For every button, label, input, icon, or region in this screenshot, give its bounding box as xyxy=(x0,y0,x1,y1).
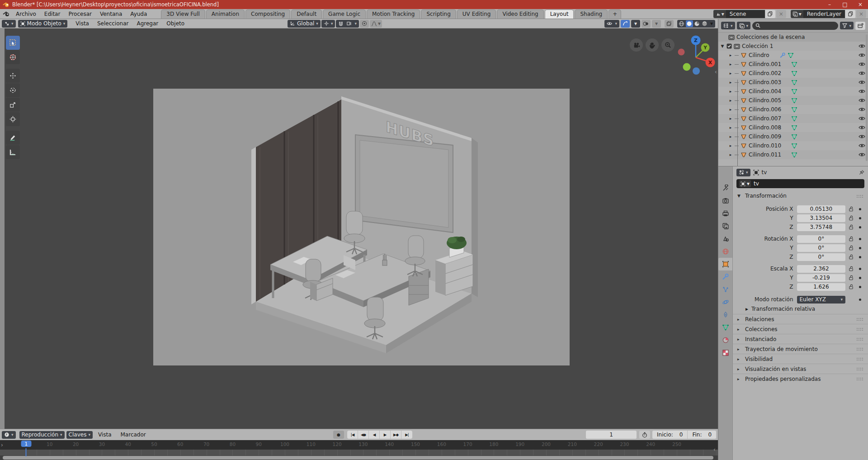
animate-dot[interactable] xyxy=(856,299,863,301)
expand-icon[interactable]: ▸ xyxy=(728,143,733,148)
lock-icon[interactable] xyxy=(845,254,856,260)
panel-drag-handle[interactable] xyxy=(856,337,863,341)
minimize-button[interactable]: – xyxy=(822,0,837,9)
position-x-field[interactable]: 0.05130 xyxy=(797,205,846,213)
eye-icon[interactable] xyxy=(859,143,865,148)
lock-icon[interactable] xyxy=(845,275,856,280)
outliner-row-scene-collection[interactable]: Colecciones de la escena xyxy=(718,33,868,42)
editor-type-button[interactable]: ▾ xyxy=(2,20,16,28)
new-collection-button[interactable] xyxy=(855,22,865,30)
play-button[interactable]: ▶ xyxy=(380,431,391,439)
pan-view-button[interactable] xyxy=(646,38,659,52)
xray-toggle[interactable] xyxy=(665,20,674,28)
scale-z-field[interactable]: 1.626 xyxy=(797,283,846,291)
cursor-tool[interactable] xyxy=(6,50,20,64)
eye-icon[interactable] xyxy=(859,152,865,157)
expand-icon[interactable]: ▸ xyxy=(728,89,733,94)
use-preview-range-button[interactable] xyxy=(639,431,650,439)
menu-ayuda[interactable]: Ayuda xyxy=(126,9,151,19)
object-name-field[interactable]: ▾ tv xyxy=(736,179,864,188)
mesh-data-icon[interactable] xyxy=(791,116,797,122)
eye-icon[interactable] xyxy=(859,116,865,121)
shading-rendered-button[interactable] xyxy=(701,20,708,27)
eye-icon[interactable] xyxy=(859,71,865,76)
expand-icon[interactable]: ▸ xyxy=(728,152,733,157)
zoom-view-button[interactable] xyxy=(661,38,675,52)
eye-icon[interactable] xyxy=(859,53,865,57)
animate-dot[interactable] xyxy=(856,247,863,249)
whiteboard[interactable] xyxy=(355,135,453,232)
lock-icon[interactable] xyxy=(845,284,856,289)
properties-editor-type-button[interactable]: ▾ xyxy=(736,169,750,176)
tab-constraints[interactable] xyxy=(718,308,732,321)
eye-icon[interactable] xyxy=(859,134,865,139)
record-button[interactable]: ● xyxy=(333,431,344,439)
eye-icon[interactable] xyxy=(859,62,865,66)
expand-icon[interactable]: ▸ xyxy=(728,134,733,139)
expand-icon[interactable]: ▸ xyxy=(728,107,733,112)
current-frame-field[interactable]: 1 xyxy=(586,431,637,439)
eye-icon[interactable] xyxy=(859,89,865,94)
outliner-row-cilindro[interactable]: ▸ Cilindro xyxy=(718,51,868,60)
expand-icon[interactable]: ▸ xyxy=(728,71,733,76)
jump-to-end-button[interactable]: ▶| xyxy=(401,431,412,439)
gizmo-dropdown[interactable]: ▾ xyxy=(631,20,640,28)
animate-dot[interactable] xyxy=(856,286,863,288)
overlays-dropdown[interactable]: ▾ xyxy=(652,20,661,28)
animate-dot[interactable] xyxy=(856,208,863,210)
scale-tool[interactable] xyxy=(6,98,20,112)
tab-object[interactable] xyxy=(718,258,732,270)
animate-dot[interactable] xyxy=(856,217,863,219)
timeline-body[interactable]: 1020304050607080901001101201301401501601… xyxy=(0,440,718,460)
outliner-display-mode-button[interactable]: ▾ xyxy=(737,22,751,29)
menu-procesar[interactable]: Procesar xyxy=(64,9,96,19)
expand-icon[interactable]: ▸ xyxy=(728,116,733,121)
outliner-row-cilindro-005[interactable]: ▸ Cilindro.005 xyxy=(718,96,868,105)
rotation-x-field[interactable]: 0° xyxy=(797,235,846,243)
animate-dot[interactable] xyxy=(856,256,863,258)
expand-icon[interactable]: ▸ xyxy=(728,53,733,57)
pin-icon[interactable] xyxy=(859,170,864,175)
jump-to-start-button[interactable]: |◀ xyxy=(347,431,358,439)
panel-collapse-icon[interactable]: ‹ xyxy=(713,446,716,453)
current-frame-marker[interactable]: 1 xyxy=(21,441,31,447)
panel-propiedades-personalizadas[interactable]: ▸ Propiedades personalizadas xyxy=(733,374,868,384)
lock-icon[interactable] xyxy=(845,236,856,242)
menu-archivo[interactable]: Archivo xyxy=(12,9,40,19)
tab-render[interactable] xyxy=(718,194,732,207)
tab-scripting[interactable]: Scripting xyxy=(421,9,456,19)
menu-objeto[interactable]: Objeto xyxy=(163,20,188,27)
scene-3d[interactable]: HUBS xyxy=(0,28,713,429)
maximize-button[interactable]: □ xyxy=(837,0,853,9)
panel-drag-handle[interactable] xyxy=(856,327,863,331)
outliner-row-cilindro-008[interactable]: ▸ Cilindro.008 xyxy=(718,123,868,132)
panel-visualizacion[interactable]: ▸ Visualización en vistas xyxy=(733,364,868,374)
gizmo-toggle[interactable] xyxy=(621,20,630,28)
tab-view-layer[interactable] xyxy=(718,220,732,232)
outliner-row-cilindro-002[interactable]: ▸ Cilindro.002 xyxy=(718,69,868,78)
relative-transform-subpanel[interactable]: ▸ Transformación relativa xyxy=(733,304,868,314)
panel-drag-handle[interactable] xyxy=(856,357,863,360)
axis-neg-x-ball[interactable] xyxy=(678,49,685,56)
panel-drag-handle[interactable] xyxy=(856,367,863,370)
lock-icon[interactable] xyxy=(845,266,856,271)
panel-visibilidad[interactable]: ▸ Visibilidad xyxy=(733,354,868,364)
tab-material[interactable] xyxy=(718,334,732,346)
mesh-data-icon[interactable] xyxy=(791,152,797,158)
mesh-data-icon[interactable] xyxy=(791,98,797,104)
tab-default[interactable]: Default xyxy=(291,9,322,19)
tab-output[interactable] xyxy=(718,207,732,220)
checkbox-icon[interactable] xyxy=(726,43,732,49)
outliner-row-cilindro-006[interactable]: ▸ Cilindro.006 xyxy=(718,105,868,114)
tab-animation[interactable]: Animation xyxy=(206,9,245,19)
overlays-toggle[interactable] xyxy=(642,20,651,28)
lock-icon[interactable] xyxy=(845,245,856,251)
prev-keyframe-button[interactable]: ◀◆ xyxy=(358,431,369,439)
timeline-ruler[interactable]: 1020304050607080901001101201301401501601… xyxy=(0,440,718,450)
tab-physics[interactable] xyxy=(718,296,732,308)
eye-icon[interactable] xyxy=(859,107,865,112)
tab-game-logic[interactable]: Game Logic xyxy=(323,9,366,19)
mesh-data-icon[interactable] xyxy=(791,143,797,149)
select-box-tool[interactable] xyxy=(6,36,20,50)
shading-material-button[interactable] xyxy=(693,20,701,27)
